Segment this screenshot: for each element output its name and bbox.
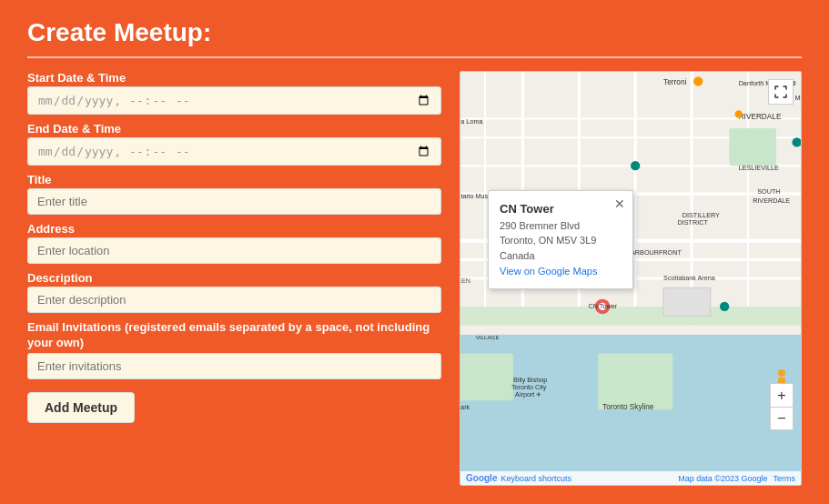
svg-text:LESLIEVILLE: LESLIEVILLE	[739, 164, 779, 172]
svg-point-53	[693, 76, 703, 86]
description-input[interactable]	[27, 287, 441, 313]
end-date-field-group: End Date & Time	[27, 122, 441, 166]
email-invitations-label: Email Invitations (registered emails sep…	[27, 320, 441, 351]
map-zoom-in-button[interactable]: +	[770, 383, 794, 407]
map-footer: Google Keyboard shortcuts Map data ©2023…	[460, 471, 801, 485]
map-footer-right: Map data ©2023 Google Terms	[678, 474, 795, 483]
svg-text:MotiM...: MotiM...	[795, 94, 801, 102]
email-invitations-input[interactable]	[27, 353, 441, 379]
svg-rect-17	[460, 354, 513, 401]
description-field-group: Description	[27, 271, 441, 313]
map-footer-left: Google Keyboard shortcuts	[466, 473, 571, 483]
add-meetup-button[interactable]: Add Meetup	[27, 392, 135, 423]
map-column: HARBOURFRONT VILLAGE DISTILLERY DISTRICT…	[460, 71, 802, 486]
svg-point-43	[631, 161, 640, 170]
svg-text:DISTRICT: DISTRICT	[678, 218, 709, 227]
end-date-input[interactable]	[27, 137, 441, 166]
title-field-group: Title	[27, 173, 441, 215]
form-column: Start Date & Time End Date & Time Title …	[27, 71, 441, 486]
svg-rect-19	[460, 307, 801, 326]
map-info-popup: ✕ CN Tower 290 Bremner Blvd Toronto, ON …	[488, 190, 633, 289]
svg-text:SOUTH: SOUTH	[757, 187, 780, 196]
google-logo: Google	[466, 473, 497, 483]
start-date-input[interactable]	[27, 86, 441, 115]
map-footer-keyboard[interactable]: Keyboard shortcuts	[500, 474, 571, 483]
start-date-label: Start Date & Time	[27, 71, 441, 85]
svg-text:Toronto Skyline: Toronto Skyline	[602, 403, 654, 411]
map-popup-link[interactable]: View on Google Maps	[500, 266, 597, 277]
svg-text:VILLAGE: VILLAGE	[476, 334, 500, 340]
svg-point-54	[778, 369, 785, 377]
svg-point-45	[720, 302, 729, 311]
divider	[27, 56, 802, 58]
svg-point-48	[735, 110, 743, 117]
map-terms-link[interactable]: Terms	[773, 474, 796, 483]
map-popup-address-line2: Toronto, ON M5V 3L9	[500, 233, 622, 248]
svg-rect-18	[598, 354, 673, 410]
svg-rect-16	[729, 128, 776, 166]
svg-text:Airport ✈: Airport ✈	[515, 390, 541, 398]
map-fullscreen-button[interactable]	[768, 79, 794, 105]
svg-text:RIVERDALE: RIVERDALE	[739, 113, 782, 121]
svg-text:KEN: KEN	[460, 277, 470, 285]
title-label: Title	[27, 173, 441, 186]
map-zoom-out-button[interactable]: −	[770, 407, 794, 430]
svg-text:CN Tower: CN Tower	[589, 302, 618, 310]
start-date-field-group: Start Date & Time	[27, 71, 441, 115]
address-input[interactable]	[27, 237, 441, 264]
title-input[interactable]	[27, 188, 441, 215]
map-popup-close-icon[interactable]: ✕	[614, 195, 625, 214]
map-popup-title: CN Tower	[500, 200, 622, 218]
address-field-group: Address	[27, 222, 441, 264]
map-zoom-controls: + −	[770, 383, 794, 430]
svg-text:Scotiabank Arena: Scotiabank Arena	[663, 274, 716, 282]
map-popup-address-line3: Canada	[500, 248, 622, 264]
svg-rect-22	[663, 287, 711, 316]
svg-text:La Soma Loma: La Soma Loma	[460, 117, 483, 126]
svg-text:Trillium Park: Trillium Park	[460, 403, 470, 411]
svg-text:HARBOURFRONT: HARBOURFRONT	[626, 248, 682, 257]
page-title: Create Meetup:	[27, 18, 802, 47]
svg-text:RIVERDALE: RIVERDALE	[753, 197, 790, 205]
map-data-label: Map data ©2023 Google	[678, 474, 767, 483]
end-date-label: End Date & Time	[27, 122, 441, 136]
email-invitations-field-group: Email Invitations (registered emails sep…	[27, 320, 441, 379]
address-label: Address	[27, 222, 441, 236]
description-label: Description	[27, 271, 441, 285]
map-popup-address-line1: 290 Bremner Blvd	[500, 218, 622, 234]
svg-text:Terroni: Terroni	[663, 78, 686, 86]
